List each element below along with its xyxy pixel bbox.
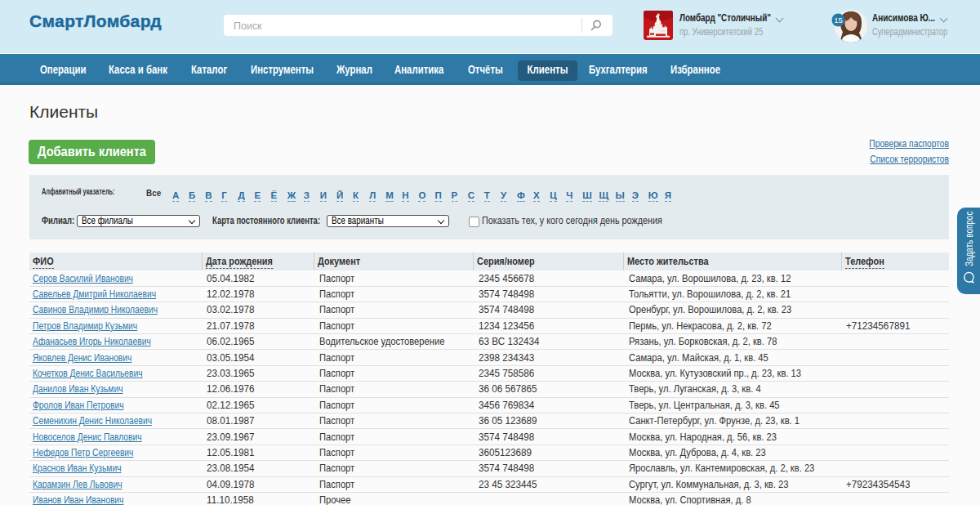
svg-text:15: 15 [834,16,843,25]
